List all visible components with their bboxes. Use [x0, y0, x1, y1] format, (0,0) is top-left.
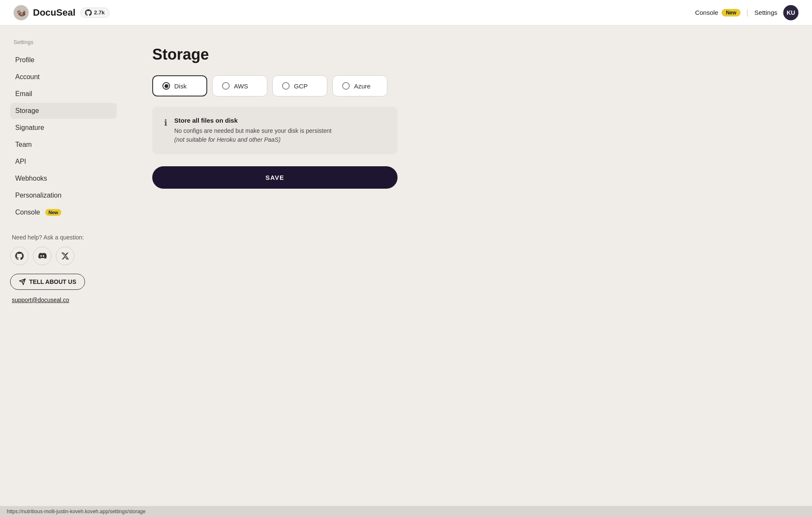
tell-about-button[interactable]: TELL ABOUT US	[10, 274, 85, 290]
sidebar-help-title: Need help? Ask a question:	[10, 234, 117, 241]
info-text-italic: (not suitable for Heroku and other PaaS)	[174, 136, 280, 143]
sidebar-item-profile[interactable]: Profile	[10, 52, 117, 68]
console-new-badge: New	[721, 9, 741, 16]
storage-option-label-gcp: GCP	[294, 82, 308, 90]
send-icon	[19, 278, 26, 285]
twitter-social-button[interactable]	[56, 247, 74, 265]
twitter-social-icon	[61, 252, 69, 260]
sidebar-item-badge-console: New	[45, 209, 62, 216]
storage-option-gcp[interactable]: GCP	[272, 75, 327, 96]
storage-option-label-disk: Disk	[174, 82, 187, 90]
logo[interactable]: 🦦 DocuSeal	[14, 5, 75, 20]
github-icon	[85, 9, 92, 16]
sidebar-item-email[interactable]: Email	[10, 86, 117, 102]
info-box: ℹ Store all files on disk No configs are…	[152, 107, 398, 154]
sidebar-item-storage[interactable]: Storage	[10, 103, 117, 119]
header-right: Console New | Settings KU	[695, 5, 798, 20]
radio-dot-disk	[165, 84, 168, 88]
storage-options: DiskAWSGCPAzure	[152, 75, 787, 96]
console-label: Console	[695, 9, 718, 16]
sidebar-item-console[interactable]: ConsoleNew	[10, 204, 117, 220]
storage-option-azure[interactable]: Azure	[332, 75, 387, 96]
info-title: Store all files on disk	[174, 117, 332, 124]
sidebar-section-title: Settings	[10, 39, 117, 45]
github-stars: 2.7k	[94, 9, 104, 16]
page-title: Storage	[152, 46, 787, 63]
sidebar-item-team[interactable]: Team	[10, 137, 117, 153]
radio-aws	[222, 82, 230, 90]
header: 🦦 DocuSeal 2.7k Console New | Settings K…	[0, 0, 812, 25]
storage-option-label-azure: Azure	[354, 82, 370, 90]
discord-social-button[interactable]	[33, 247, 52, 265]
github-social-button[interactable]	[10, 247, 29, 265]
info-content: Store all files on disk No configs are n…	[174, 117, 332, 144]
logo-avatar: 🦦	[14, 5, 29, 20]
status-url: https://nutritious-molli-justin-koveh.ko…	[7, 509, 145, 514]
info-text-main: No configs are needed but make sure your…	[174, 127, 332, 134]
info-text: No configs are needed but make sure your…	[174, 126, 332, 144]
sidebar-nav: ProfileAccountEmailStorageSignatureTeamA…	[10, 52, 117, 220]
console-nav-link[interactable]: Console New	[695, 9, 741, 16]
sidebar-item-account[interactable]: Account	[10, 69, 117, 85]
sidebar-item-webhooks[interactable]: Webhooks	[10, 170, 117, 187]
sidebar-item-personalization[interactable]: Personalization	[10, 187, 117, 204]
save-button[interactable]: SAVE	[152, 166, 398, 189]
support-email-link[interactable]: support@docuseal.co	[10, 297, 117, 303]
sidebar: Settings ProfileAccountEmailStorageSigna…	[0, 25, 127, 517]
storage-option-disk[interactable]: Disk	[152, 75, 207, 96]
github-social-icon	[15, 252, 24, 260]
logo-text: DocuSeal	[33, 7, 75, 18]
storage-option-label-aws: AWS	[234, 82, 248, 90]
sidebar-social-icons	[10, 247, 117, 265]
settings-nav-link[interactable]: Settings	[754, 9, 777, 16]
info-icon: ℹ	[164, 118, 167, 144]
header-separator: |	[746, 8, 749, 17]
tell-about-label: TELL ABOUT US	[29, 278, 76, 285]
discord-social-icon	[38, 252, 47, 260]
storage-option-aws[interactable]: AWS	[212, 75, 267, 96]
radio-disk	[162, 82, 170, 90]
user-avatar[interactable]: KU	[783, 5, 798, 20]
main-content: Storage DiskAWSGCPAzure ℹ Store all file…	[127, 25, 812, 517]
radio-azure	[342, 82, 350, 90]
github-badge[interactable]: 2.7k	[80, 8, 109, 18]
status-bar: https://nutritious-molli-justin-koveh.ko…	[0, 506, 812, 517]
layout: Settings ProfileAccountEmailStorageSigna…	[0, 25, 812, 517]
sidebar-item-api[interactable]: API	[10, 154, 117, 170]
sidebar-item-signature[interactable]: Signature	[10, 120, 117, 136]
radio-gcp	[282, 82, 290, 90]
